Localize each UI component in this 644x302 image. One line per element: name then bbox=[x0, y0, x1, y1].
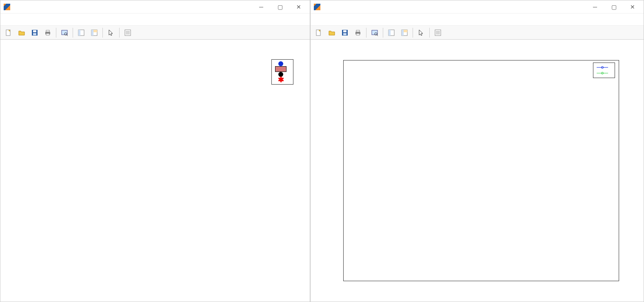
line-svg bbox=[344, 60, 619, 281]
open-icon[interactable] bbox=[16, 27, 28, 38]
minimize-button[interactable]: ─ bbox=[252, 1, 271, 13]
menu-window[interactable] bbox=[362, 19, 369, 20]
svg-rect-24 bbox=[356, 30, 360, 32]
svg-rect-33 bbox=[404, 30, 407, 32]
minimize-button[interactable]: ─ bbox=[586, 1, 604, 13]
svg-rect-14 bbox=[93, 30, 97, 32]
fig1-surface-stage bbox=[33, 76, 294, 289]
svg-rect-30 bbox=[389, 30, 391, 36]
open-icon[interactable] bbox=[326, 27, 338, 38]
menu-file[interactable] bbox=[3, 19, 9, 20]
legend-obs bbox=[275, 61, 290, 66]
figure1-menubar bbox=[0, 13, 310, 26]
svg-rect-5 bbox=[46, 30, 49, 32]
close-button[interactable]: ✕ bbox=[289, 1, 308, 13]
new-icon[interactable] bbox=[2, 27, 15, 38]
fig2-legend[interactable] bbox=[593, 63, 615, 78]
surface-svg bbox=[33, 76, 294, 289]
figure-1-window: ─ ▢ ✕ ✱ bbox=[0, 0, 310, 302]
layout1-icon[interactable] bbox=[385, 27, 398, 38]
props-icon[interactable] bbox=[432, 27, 444, 38]
cursor-icon[interactable] bbox=[105, 27, 117, 38]
inspect-icon[interactable] bbox=[369, 27, 381, 38]
layout1-icon[interactable] bbox=[75, 27, 87, 38]
fig2-axes bbox=[343, 60, 619, 281]
figure2-titlebar: ─ ▢ ✕ bbox=[311, 0, 644, 13]
menu-desktop[interactable] bbox=[44, 19, 50, 20]
maximize-button[interactable]: ▢ bbox=[271, 1, 289, 13]
menu-tools[interactable] bbox=[36, 19, 42, 20]
figure1-plot-area[interactable]: ✱ bbox=[0, 40, 310, 302]
menu-insert[interactable] bbox=[338, 19, 344, 20]
svg-rect-2 bbox=[33, 30, 36, 32]
save-icon[interactable] bbox=[29, 27, 41, 38]
svg-rect-3 bbox=[33, 33, 36, 35]
svg-rect-21 bbox=[343, 30, 346, 32]
layout2-icon[interactable] bbox=[88, 27, 100, 38]
cursor-icon[interactable] bbox=[415, 27, 427, 38]
figure-2-window: ─ ▢ ✕ bbox=[310, 0, 644, 302]
menu-tools[interactable] bbox=[346, 19, 352, 20]
figure2-toolbar bbox=[311, 26, 644, 40]
legend-mean bbox=[275, 66, 290, 72]
menu-file[interactable] bbox=[313, 19, 320, 20]
figure1-titlebar: ─ ▢ ✕ bbox=[0, 0, 310, 13]
menu-edit[interactable] bbox=[321, 19, 328, 20]
menu-insert[interactable] bbox=[27, 19, 34, 20]
legend-est-min bbox=[597, 70, 611, 76]
layout2-icon[interactable] bbox=[398, 27, 411, 38]
close-button[interactable]: ✕ bbox=[623, 1, 642, 13]
figure1-toolbar bbox=[0, 26, 310, 40]
print-icon[interactable] bbox=[42, 27, 54, 38]
menu-help[interactable] bbox=[60, 19, 67, 20]
svg-rect-25 bbox=[356, 34, 360, 35]
menu-help[interactable] bbox=[370, 19, 377, 20]
svg-rect-22 bbox=[343, 33, 346, 35]
new-icon[interactable] bbox=[313, 27, 325, 38]
menu-desktop[interactable] bbox=[354, 19, 360, 20]
menu-view[interactable] bbox=[19, 19, 26, 20]
menu-window[interactable] bbox=[52, 19, 58, 20]
fig2-y-ticks bbox=[621, 58, 635, 283]
svg-rect-13 bbox=[91, 30, 93, 36]
menu-edit[interactable] bbox=[11, 19, 18, 20]
svg-rect-6 bbox=[46, 34, 49, 35]
menu-view[interactable] bbox=[329, 19, 336, 20]
figure2-plot-area[interactable] bbox=[311, 40, 644, 302]
inspect-icon[interactable] bbox=[58, 27, 71, 38]
save-icon[interactable] bbox=[339, 27, 351, 38]
svg-rect-32 bbox=[402, 30, 404, 36]
svg-rect-11 bbox=[78, 30, 80, 36]
maximize-button[interactable]: ▢ bbox=[604, 1, 623, 13]
figure2-menubar bbox=[311, 13, 644, 26]
matlab-app-icon bbox=[4, 4, 10, 10]
props-icon[interactable] bbox=[122, 27, 134, 38]
print-icon[interactable] bbox=[352, 27, 364, 38]
legend-obs-min bbox=[597, 65, 611, 70]
matlab-app-icon bbox=[314, 4, 320, 10]
